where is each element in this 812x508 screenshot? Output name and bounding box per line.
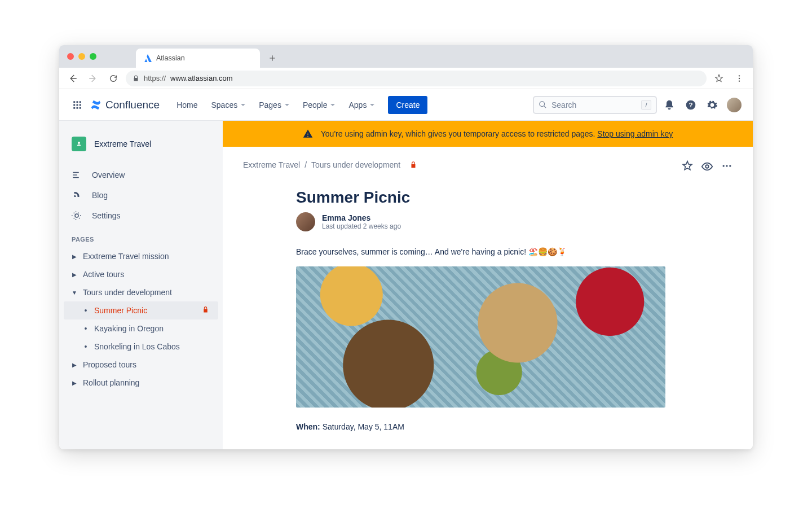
breadcrumb-page[interactable]: Tours under development	[311, 160, 400, 169]
lock-icon	[133, 75, 139, 82]
space-header[interactable]: Exxtreme Travel	[64, 131, 218, 157]
chevron-right-icon: ▶	[69, 380, 80, 386]
search-placeholder: Search	[551, 100, 576, 110]
nav-spaces[interactable]: Spaces	[205, 96, 251, 114]
nav-people[interactable]: People	[297, 96, 341, 114]
confluence-icon	[90, 99, 102, 111]
search-shortcut-hint: /	[641, 100, 651, 110]
meatball-icon	[721, 160, 732, 172]
svg-point-12	[540, 102, 545, 107]
chevron-down-icon	[330, 104, 335, 106]
svg-rect-11	[80, 107, 81, 108]
tree-item[interactable]: •Kayaking in Oregon	[64, 319, 218, 338]
gear-icon	[707, 99, 718, 111]
svg-rect-8	[80, 104, 81, 106]
svg-rect-3	[73, 101, 75, 103]
sidebar-section-header: PAGES	[64, 226, 218, 247]
page-title: Summer Picnic	[296, 189, 732, 207]
back-button[interactable]	[65, 71, 81, 86]
sidebar-item-overview[interactable]: Overview	[64, 165, 218, 185]
confluence-logo[interactable]: Confluence	[90, 99, 160, 111]
url-field[interactable]: https://www.atlassian.com	[126, 71, 707, 86]
nav-home[interactable]: Home	[171, 96, 203, 114]
svg-point-18	[726, 165, 727, 167]
atlassian-favicon-icon	[144, 54, 152, 62]
kebab-icon	[735, 74, 744, 83]
tree-item[interactable]: •Snorkeling in Los Cabos	[64, 338, 218, 356]
chevron-right-icon: ▶	[69, 362, 80, 368]
author-avatar[interactable]	[296, 212, 315, 231]
last-updated: Last updated 2 weeks ago	[322, 222, 401, 230]
bookmark-star-button[interactable]	[711, 71, 727, 86]
nav-pages[interactable]: Pages	[253, 96, 295, 114]
chevron-down-icon	[370, 104, 374, 106]
nav-apps[interactable]: Apps	[343, 96, 380, 114]
new-tab-button[interactable]	[264, 50, 280, 66]
app-body: Exxtreme Travel Overview Blog Settings P…	[59, 121, 753, 449]
tree-item[interactable]: ▶Rollout planning	[64, 374, 218, 392]
tree-item-label: Snorkeling in Los Cabos	[94, 342, 180, 351]
tree-item[interactable]: ▼Tours under development	[64, 283, 218, 301]
notifications-button[interactable]	[660, 96, 678, 114]
svg-point-0	[739, 75, 740, 76]
svg-rect-5	[80, 101, 81, 103]
tree-item-label: Active tours	[83, 270, 124, 279]
create-button[interactable]: Create	[388, 96, 427, 114]
chevron-down-icon	[241, 104, 245, 106]
chevron-right-icon: ▶	[69, 271, 80, 278]
tree-item-label: Rollout planning	[83, 378, 139, 387]
search-input[interactable]: Search /	[533, 96, 657, 114]
breadcrumb-root[interactable]: Exxtreme Travel	[243, 160, 300, 169]
browser-tab[interactable]: Atlassian	[136, 49, 260, 68]
tree-item[interactable]: •Summer Picnic	[64, 301, 218, 319]
maximize-window-button[interactable]	[90, 53, 96, 60]
window-controls	[67, 45, 136, 68]
app-switcher-button[interactable]	[70, 98, 84, 112]
author-name[interactable]: Emma Jones	[322, 213, 401, 222]
sidebar-item-settings[interactable]: Settings	[64, 205, 218, 226]
warning-icon	[303, 129, 313, 139]
plus-icon	[268, 54, 276, 62]
minimize-window-button[interactable]	[78, 53, 85, 60]
bullet-icon: •	[81, 306, 91, 315]
browser-menu-button[interactable]	[731, 71, 747, 86]
tree-item[interactable]: ▶Active tours	[64, 265, 218, 283]
forward-button[interactable]	[85, 71, 101, 86]
tree-item-label: Proposed tours	[83, 360, 136, 369]
tree-item-label: Summer Picnic	[94, 306, 147, 315]
profile-avatar[interactable]	[727, 98, 742, 112]
breadcrumb: Exxtreme Travel / Tours under developmen…	[243, 160, 417, 169]
banner-link[interactable]: Stop using admin key	[597, 129, 673, 138]
lock-icon	[202, 306, 209, 315]
settings-button[interactable]	[703, 96, 721, 114]
svg-point-16	[705, 165, 709, 168]
lock-icon	[409, 161, 417, 169]
svg-text:?: ?	[689, 101, 692, 108]
tree-item[interactable]: ▶Proposed tours	[64, 356, 218, 374]
svg-point-15	[78, 142, 80, 144]
browser-address-bar: https://www.atlassian.com	[59, 68, 753, 89]
close-window-button[interactable]	[67, 53, 74, 60]
tree-item-label: Exxtreme Travel mission	[83, 252, 169, 261]
watch-page-button[interactable]	[701, 160, 713, 175]
grid-icon	[72, 100, 82, 110]
intro-paragraph: Brace yourselves, summer is coming… And …	[296, 247, 732, 256]
bullet-icon: •	[81, 342, 91, 351]
sidebar-item-blog[interactable]: Blog	[64, 185, 218, 205]
main-content: You're using admin key, which gives you …	[223, 121, 753, 449]
when-line: When: Saturday, May 5, 11AM	[296, 422, 732, 431]
star-outline-icon	[714, 74, 723, 83]
help-button[interactable]: ?	[682, 96, 700, 114]
reload-button[interactable]	[105, 71, 121, 86]
star-page-button[interactable]	[682, 160, 693, 175]
space-icon	[72, 137, 86, 151]
page-content: Summer Picnic Emma Jones Last updated 2 …	[223, 175, 753, 449]
tree-item[interactable]: ▶Exxtreme Travel mission	[64, 247, 218, 265]
author-byline: Emma Jones Last updated 2 weeks ago	[296, 212, 732, 231]
hero-image	[296, 266, 665, 408]
svg-rect-9	[73, 107, 75, 108]
chevron-down-icon	[285, 104, 289, 106]
page-header: Exxtreme Travel / Tours under developmen…	[223, 147, 753, 175]
more-actions-button[interactable]	[721, 160, 732, 175]
app-top-nav: Confluence Home Spaces Pages People Apps…	[59, 89, 753, 121]
